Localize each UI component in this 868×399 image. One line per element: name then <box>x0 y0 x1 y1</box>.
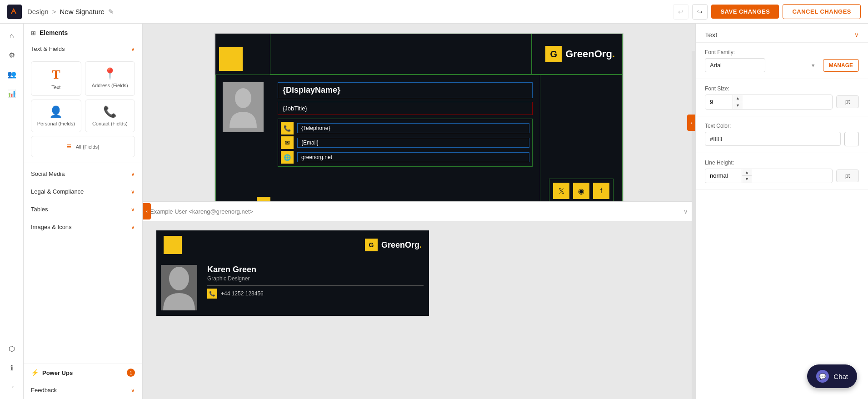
breadcrumb-parent[interactable]: Design <box>27 8 49 15</box>
elements-grid-icon: ⊞ <box>31 30 36 36</box>
sig-website-icon: 🌐 <box>281 151 294 164</box>
section-social-media-label: Social Media <box>31 170 65 177</box>
sig-info-col: {DisplayName} {JobTitle} 📞 {Telephone} ✉… <box>270 75 540 201</box>
preview-body: Karen Green Graphic Designer 📞 +44 1252 … <box>156 259 429 316</box>
font-family-select[interactable]: Arial Times New Roman Helvetica <box>705 58 765 72</box>
edit-title-icon[interactable]: ✎ <box>108 8 114 16</box>
line-height-down-button[interactable]: ▼ <box>742 176 752 183</box>
section-social-media[interactable]: Social Media ∨ <box>24 165 142 183</box>
line-height-spinners: ▲ ▼ <box>742 169 752 183</box>
breadcrumb-current: New Signature <box>60 8 104 15</box>
manage-fonts-button[interactable]: MANAGE <box>823 59 859 72</box>
font-family-label: Font Family: <box>705 49 859 55</box>
contact-element-label: Contact (Fields) <box>92 121 128 126</box>
sig-facebook-icon[interactable]: f <box>593 183 609 199</box>
section-images-icons[interactable]: Images & Icons ∨ <box>24 218 142 236</box>
line-height-input[interactable] <box>705 169 742 182</box>
preview-yellow-square <box>164 236 182 254</box>
sig-email-icon: ✉ <box>281 136 294 149</box>
section-legal[interactable]: Legal & Compliance ∨ <box>24 183 142 200</box>
sig-website-field[interactable]: greenorg.net <box>297 152 529 162</box>
sig-display-name-field[interactable]: {DisplayName} <box>278 82 533 98</box>
font-size-down-button[interactable]: ▼ <box>733 102 743 109</box>
cancel-changes-button[interactable]: CANCEL CHANGES <box>783 4 861 19</box>
font-size-input[interactable] <box>705 95 733 109</box>
sig-photo-col <box>216 75 270 201</box>
font-size-row: ▲ ▼ pt <box>705 95 859 110</box>
nav-info[interactable]: ℹ <box>3 359 20 376</box>
text-color-swatch[interactable] <box>844 132 859 146</box>
sig-social-col: 𝕏 ◉ f <box>540 75 622 201</box>
font-size-field: Font Size: ▲ ▼ pt <box>696 79 868 116</box>
collapse-left-arrow[interactable]: ‹ <box>143 203 151 219</box>
canvas-scrollbar[interactable] <box>692 51 695 211</box>
preview-scrollbar[interactable] <box>692 211 695 399</box>
sig-job-title-field[interactable]: {JobTitle} <box>278 102 533 115</box>
preview-logo-initial: G <box>369 241 374 249</box>
save-changes-button[interactable]: SAVE CHANGES <box>711 5 779 19</box>
collapse-right-arrow[interactable]: › <box>687 115 695 131</box>
editor-canvas: G GreenOrg. <box>143 24 695 201</box>
sig-top-row: G GreenOrg. <box>215 34 623 75</box>
svg-point-1 <box>169 267 189 290</box>
breadcrumb: Design > New Signature ✎ <box>27 8 114 16</box>
sig-top-center <box>270 34 532 75</box>
preview-phone: +44 1252 123456 <box>221 290 264 297</box>
preview-chevron-down[interactable]: ∨ <box>683 208 688 215</box>
line-height-field: Line Height: ▲ ▼ pt <box>696 153 868 190</box>
feedback-label: Feedback <box>31 387 57 394</box>
section-tables-label: Tables <box>31 206 48 213</box>
sig-telephone-field[interactable]: {Telephone} <box>297 123 529 133</box>
font-size-spinners: ▲ ▼ <box>733 95 743 109</box>
redo-button[interactable]: ↪ <box>692 4 708 20</box>
power-ups-section[interactable]: ⚡ Power Ups 1 <box>24 364 142 381</box>
line-height-up-button[interactable]: ▲ <box>742 169 752 176</box>
chat-label: Chat <box>833 373 848 380</box>
personal-element-label: Personal (Fields) <box>37 121 75 126</box>
preview-photo <box>161 265 197 310</box>
element-card-personal[interactable]: 👤 Personal (Fields) <box>31 100 81 132</box>
nav-share[interactable]: ⬡ <box>3 340 20 357</box>
nav-home[interactable]: ⌂ <box>3 27 20 45</box>
sig-email-field[interactable]: {Email} <box>297 138 529 148</box>
preview-bar: ∨ <box>143 201 695 221</box>
section-tables[interactable]: Tables ∨ <box>24 200 142 218</box>
right-panel: Text ∨ Font Family: Arial Times New Roma… <box>695 24 868 399</box>
preview-info: Karen Green Graphic Designer 📞 +44 1252 … <box>202 259 429 316</box>
sig-instagram-icon[interactable]: ◉ <box>573 183 589 199</box>
far-left-nav: ⌂ ⚙ 👥 📊 ⬡ ℹ → <box>0 24 24 399</box>
font-size-unit: pt <box>836 95 859 108</box>
undo-button[interactable]: ↩ <box>673 4 688 20</box>
preview-phone-icon: 📞 <box>207 289 217 299</box>
line-height-label: Line Height: <box>705 160 859 166</box>
element-card-address[interactable]: 📍 Address (Fields) <box>85 61 135 96</box>
sig-yellow-square <box>219 47 243 71</box>
preview-top-bar: G GreenOrg. <box>156 230 429 259</box>
element-card-all-fields[interactable]: ≡ All {Fields} <box>31 136 135 157</box>
left-panel: ⊞ Elements Text & Fields ∨ T Text 📍 Addr… <box>24 24 143 399</box>
sig-email-row: ✉ {Email} <box>281 136 529 149</box>
font-family-select-wrapper: Arial Times New Roman Helvetica ▼ <box>705 58 819 72</box>
right-panel-chevron[interactable]: ∨ <box>854 31 859 38</box>
sig-photo-placeholder <box>223 82 264 132</box>
sig-twitter-icon[interactable]: 𝕏 <box>553 183 569 199</box>
signature-template[interactable]: G GreenOrg. <box>215 34 623 201</box>
font-size-up-button[interactable]: ▲ <box>733 95 743 102</box>
element-card-text[interactable]: T Text <box>31 61 81 96</box>
all-fields-label: All {Fields} <box>76 144 100 150</box>
section-text-fields[interactable]: Text & Fields ∨ <box>24 40 142 58</box>
preview-user-input[interactable] <box>150 208 680 215</box>
center-area: ‹ › G <box>143 24 695 399</box>
section-feedback[interactable]: Feedback ∨ <box>24 381 142 399</box>
text-color-row <box>705 132 859 146</box>
text-color-input[interactable] <box>705 132 841 146</box>
line-height-input-wrapper: ▲ ▼ <box>705 169 833 184</box>
nav-settings[interactable]: ⚙ <box>3 46 20 64</box>
font-family-field: Font Family: Arial Times New Roman Helve… <box>696 43 868 79</box>
nav-logout[interactable]: → <box>3 378 20 395</box>
nav-chart[interactable]: 📊 <box>3 85 20 102</box>
power-ups-label: Power Ups <box>42 369 73 376</box>
nav-users[interactable]: 👥 <box>3 65 20 83</box>
element-card-contact[interactable]: 📞 Contact (Fields) <box>85 100 135 132</box>
chat-button[interactable]: 💬 Chat <box>807 364 857 388</box>
